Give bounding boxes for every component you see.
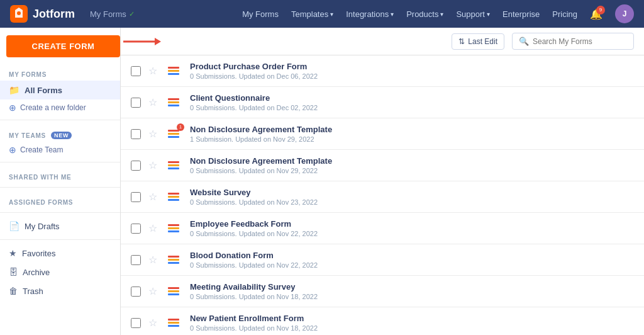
- form-checkbox[interactable]: [131, 192, 141, 202]
- form-checkbox[interactable]: [131, 98, 141, 108]
- sidebar-item-favorites[interactable]: ★ Favorites: [0, 244, 120, 263]
- plus-icon: ⊕: [9, 103, 16, 113]
- templates-chevron-icon: ▾: [330, 11, 333, 18]
- my-forms-section-label: MY FORMS: [0, 64, 120, 81]
- divider-5: [0, 239, 120, 240]
- topnav-myforms-nav[interactable]: My Forms: [242, 9, 279, 19]
- form-checkbox[interactable]: [131, 255, 141, 265]
- form-row[interactable]: ☆ New Patient Enrollment Form 0 Submissi…: [121, 307, 644, 335]
- form-title: Non Disclosure Agreement Template: [190, 125, 634, 134]
- toolbar: ⇅ Last Edit 🔍: [121, 28, 644, 55]
- form-row[interactable]: ☆ Blood Donation Form 0 Submissions. Upd…: [121, 244, 644, 276]
- form-star-icon[interactable]: ☆: [148, 191, 157, 203]
- new-badge: New: [51, 132, 72, 139]
- form-info: Blood Donation Form 0 Submissions. Updat…: [190, 251, 634, 269]
- topnav-pricing-nav[interactable]: Pricing: [552, 9, 577, 19]
- form-star-icon[interactable]: ☆: [148, 96, 157, 108]
- form-info: Client Questionnaire 0 Submissions. Upda…: [190, 93, 634, 111]
- star-icon: ★: [9, 248, 17, 258]
- form-star-icon[interactable]: ☆: [148, 254, 157, 266]
- form-meta: 0 Submissions. Updated on Dec 06, 2022: [190, 72, 634, 80]
- divider-1: [0, 120, 120, 120]
- form-meta: 0 Submissions. Updated on Nov 18, 2022: [190, 324, 634, 332]
- form-checkbox[interactable]: [131, 287, 141, 297]
- form-meta: 0 Submissions. Updated on Nov 29, 2022: [190, 167, 634, 174]
- sidebar-item-archive[interactable]: 🗄 Archive: [0, 263, 120, 281]
- form-meta: 0 Submissions. Updated on Dec 02, 2022: [190, 104, 634, 111]
- search-icon: 🔍: [519, 37, 529, 46]
- sidebar-item-all-forms[interactable]: 📁 All Forms: [0, 81, 120, 99]
- form-star-icon[interactable]: ☆: [148, 222, 157, 234]
- trash-icon: 🗑: [9, 286, 18, 296]
- form-checkbox[interactable]: [131, 224, 141, 234]
- form-meta: 1 Submission. Updated on Nov 29, 2022: [190, 135, 634, 143]
- form-checkbox[interactable]: [131, 318, 141, 328]
- form-meta: 0 Submissions. Updated on Nov 22, 2022: [190, 230, 634, 237]
- form-row[interactable]: ☆ 1 Non Disclosure Agreement Template 1 …: [121, 118, 644, 150]
- sidebar-item-drafts[interactable]: 📄 My Drafts: [0, 217, 120, 236]
- form-checkbox[interactable]: [131, 66, 141, 76]
- form-title: Employee Feedback Form: [190, 219, 634, 229]
- layout: CREATE FORM MY FORMS 📁 All Forms ⊕ Creat…: [0, 28, 644, 335]
- form-title: Website Survey: [190, 188, 634, 197]
- form-meta: 0 Submissions. Updated on Nov 23, 2022: [190, 198, 634, 206]
- sidebar-create-team[interactable]: ⊕ Create Team: [0, 142, 120, 158]
- folder-icon: 📁: [9, 85, 19, 95]
- form-meta: 0 Submissions. Updated on Nov 18, 2022: [190, 293, 634, 300]
- divider-4: [0, 212, 120, 213]
- form-type-icon: [165, 251, 182, 269]
- divider-2: [0, 162, 120, 162]
- form-star-icon[interactable]: ☆: [148, 128, 157, 140]
- form-star-icon[interactable]: ☆: [148, 285, 157, 297]
- form-star-icon[interactable]: ☆: [148, 317, 157, 329]
- notification-badge: 9: [596, 6, 605, 14]
- topnav-right-section: My Forms Templates ▾ Integrations ▾ Prod…: [242, 4, 634, 23]
- my-teams-section-label: MY TEAMS New: [0, 124, 120, 142]
- form-row[interactable]: ☆ Non Disclosure Agreement Template 0 Su…: [121, 150, 644, 181]
- topnav-products-nav[interactable]: Products ▾: [406, 9, 443, 19]
- form-type-icon: 1: [165, 125, 182, 143]
- sidebar-item-trash[interactable]: 🗑 Trash: [0, 281, 120, 300]
- form-title: Meeting Availability Survey: [190, 282, 634, 292]
- form-star-icon[interactable]: ☆: [148, 65, 157, 77]
- create-form-button[interactable]: CREATE FORM: [6, 35, 120, 57]
- form-type-icon: [165, 283, 182, 300]
- logo[interactable]: Jotform: [10, 5, 75, 23]
- myforms-check-icon: ✓: [129, 10, 135, 18]
- sort-button[interactable]: ⇅ Last Edit: [452, 33, 504, 50]
- form-row[interactable]: ☆ Meeting Availability Survey 0 Submissi…: [121, 276, 644, 307]
- topnav-templates-nav[interactable]: Templates ▾: [291, 9, 333, 19]
- topnav: Jotform My Forms ✓ My Forms Templates ▾ …: [0, 0, 644, 28]
- topnav-integrations-nav[interactable]: Integrations ▾: [346, 9, 394, 19]
- main-content: ⇅ Last Edit 🔍 ☆ Product Purchase Order F…: [121, 28, 644, 335]
- sidebar-create-folder[interactable]: ⊕ Create a new folder: [0, 99, 120, 116]
- form-checkbox[interactable]: [131, 161, 141, 171]
- form-type-icon: [165, 220, 182, 237]
- form-star-icon[interactable]: ☆: [148, 159, 157, 171]
- form-info: Website Survey 0 Submissions. Updated on…: [190, 188, 634, 206]
- topnav-support-nav[interactable]: Support ▾: [456, 9, 490, 19]
- notification-bell[interactable]: 🔔 9: [590, 8, 602, 20]
- form-checkbox[interactable]: [131, 129, 141, 139]
- form-title: Product Purchase Order Form: [190, 62, 634, 71]
- form-info: Product Purchase Order Form 0 Submission…: [190, 62, 634, 80]
- form-row[interactable]: ☆ Product Purchase Order Form 0 Submissi…: [121, 55, 644, 87]
- form-info: Non Disclosure Agreement Template 0 Subm…: [190, 156, 634, 174]
- search-input[interactable]: [533, 37, 627, 46]
- form-row[interactable]: ☆ Employee Feedback Form 0 Submissions. …: [121, 213, 644, 244]
- topnav-myforms-link[interactable]: My Forms ✓: [90, 9, 135, 19]
- topnav-enterprise-nav[interactable]: Enterprise: [502, 9, 540, 19]
- form-type-icon: [165, 314, 182, 332]
- form-type-icon: [165, 94, 182, 111]
- form-title: New Patient Enrollment Form: [190, 314, 634, 323]
- form-title: Non Disclosure Agreement Template: [190, 156, 634, 166]
- svg-point-1: [17, 11, 21, 15]
- form-type-icon: [165, 62, 182, 80]
- form-info: Employee Feedback Form 0 Submissions. Up…: [190, 219, 634, 237]
- drafts-icon: 📄: [9, 221, 19, 231]
- archive-icon: 🗄: [9, 267, 18, 277]
- form-row[interactable]: ☆ Client Questionnaire 0 Submissions. Up…: [121, 87, 644, 118]
- form-meta: 0 Submissions. Updated on Nov 22, 2022: [190, 261, 634, 269]
- form-row[interactable]: ☆ Website Survey 0 Submissions. Updated …: [121, 181, 644, 213]
- user-avatar[interactable]: J: [615, 4, 634, 23]
